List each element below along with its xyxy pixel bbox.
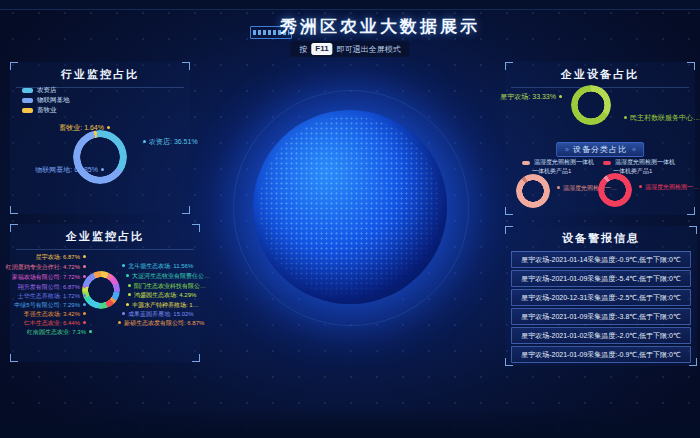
- callout-label: 阳门生态农业科技有限公…: [128, 282, 206, 290]
- legend-label: 物联网基地: [37, 96, 70, 105]
- legend-swatch: [22, 108, 33, 113]
- callout-label: 畜牧业: 1.64%: [59, 124, 110, 132]
- device-donut-chart[interactable]: [571, 85, 611, 125]
- legend-item[interactable]: 农资店: [22, 86, 57, 95]
- panel-enterprise-monitoring: 企业监控占比 星宇农场: 6.87% 红润蛋鸡专业合作社: 4.72% 家福农场…: [10, 224, 200, 362]
- callout-label: 温湿度光照检测一…: [639, 183, 699, 191]
- alarm-row: 星宇农场-2021-01-14采集温度:-0.9℃,低于下限:0℃: [511, 251, 691, 268]
- globe-visualization: [253, 110, 447, 304]
- callout-label: 大运河生态牧业有限责任公…: [126, 272, 210, 280]
- legend-swatch: [522, 161, 530, 165]
- panel-device-alarms: 设备警报信息 星宇农场-2021-01-14采集温度:-0.9℃,低于下限:0℃…: [505, 226, 697, 366]
- callout-label: 中绿5号有限公司: 7.29%: [14, 301, 86, 309]
- key-badge-f11: F11: [311, 43, 332, 55]
- callout-label: 红润蛋鸡专业合作社: 4.72%: [6, 263, 86, 271]
- panel-title-enterprise: 企业监控占比: [16, 224, 194, 250]
- decor-arrows-left: »: [565, 146, 568, 153]
- callout-label: 新硕生态农发有限公司: 6.87%: [118, 319, 204, 327]
- legend-swatch: [603, 161, 611, 165]
- mini-donut-left[interactable]: [516, 174, 550, 208]
- device-category-header: » 设备分类占比 «: [556, 142, 644, 157]
- callout-label: 鸿盛园生态农场: 4.29%: [128, 291, 196, 299]
- device-category-title: 设备分类占比: [573, 144, 627, 155]
- callout-label: 成果蓝园养雁地: 15.02%: [122, 310, 194, 318]
- alarm-row: 星宇农场-2021-01-09采集温度:-5.4℃,低于下限:0℃: [511, 270, 691, 287]
- callout-label: 李强生态农场: 3.42%: [24, 310, 86, 318]
- callout-label: 家福农场有限公司: 7.72%: [12, 273, 86, 281]
- alarm-row: 星宇农场-2021-01-09采集温度:-3.8℃,低于下限:0℃: [511, 308, 691, 325]
- callout-label: 红南园生态农业: 7.3%: [27, 328, 92, 336]
- alarm-row: 星宇农场-2021-01-02采集温度:-2.0℃,低于下限:0℃: [511, 327, 691, 344]
- callout-label: 星宇农场: 33.33%: [500, 93, 562, 101]
- callout-label: 仁丰生态农业: 6.44%: [24, 319, 86, 327]
- panel-title-alarms: 设备警报信息: [511, 226, 691, 252]
- alarm-row: 星宇农场-2021-01-09采集温度:-0.9℃,低于下限:0℃: [511, 346, 691, 363]
- legend-swatch: [22, 98, 33, 103]
- alarm-row: 星宇农场-2020-12-31采集温度:-2.5℃,低于下限:0℃: [511, 289, 691, 306]
- panel-industry-monitoring: 行业监控占比 农资店 物联网基地 畜牧业 畜牧业: 1.64% 农资店: 36.…: [10, 62, 190, 214]
- mini-donut-right[interactable]: [598, 173, 632, 207]
- fullscreen-hint: 按 F11 即可退出全屏模式: [290, 41, 409, 57]
- legend-item[interactable]: 温湿度光照检测一体机: [522, 158, 594, 167]
- industry-donut-chart[interactable]: [73, 130, 127, 184]
- callout-label: 星宇农场: 6.87%: [36, 253, 86, 261]
- hint-suffix: 即可退出全屏模式: [337, 44, 401, 55]
- callout-label: 农资店: 36.51%: [143, 138, 198, 146]
- callout-label: 士华生态养殖场: 1.72%: [18, 292, 86, 300]
- dashboard-screen: 秀洲区农业大数据展示 按 F11 即可退出全屏模式 行业监控占比 农资店 物联网…: [0, 0, 700, 438]
- callout-label: 翔升发有限公司: 6.87%: [18, 283, 86, 291]
- callout-label: 北斗塘生态农场: 11.56%: [122, 262, 193, 270]
- top-band: [0, 0, 700, 10]
- panel-enterprise-devices: 企业设备占比 星宇农场: 33.33% 民主村数联服务中心… » 设备分类占比 …: [505, 62, 695, 215]
- panel-title-devices: 企业设备占比: [511, 62, 689, 88]
- panel-title-industry: 行业监控占比: [16, 62, 184, 88]
- legend-swatch: [22, 88, 33, 93]
- callout-label: 丰源水产特种养殖场: 1…: [126, 301, 199, 309]
- legend-label: 畜牧业: [37, 106, 57, 115]
- enterprise-donut-chart[interactable]: [82, 271, 120, 309]
- callout-label: 物联网基地: 61.85%: [35, 166, 104, 174]
- legend-item[interactable]: 温湿度光照检测一体机: [603, 158, 675, 167]
- bottom-band: [0, 408, 700, 438]
- decor-arrows-right: «: [632, 146, 635, 153]
- hint-prefix: 按: [299, 44, 307, 55]
- legend-label: 温湿度光照检测一体机: [534, 158, 594, 167]
- legend-item[interactable]: 畜牧业: [22, 106, 57, 115]
- page-title: 秀洲区农业大数据展示: [60, 15, 700, 38]
- legend-label: 温湿度光照检测一体机: [615, 158, 675, 167]
- legend-item[interactable]: 物联网基地: [22, 96, 70, 105]
- legend-label: 农资店: [37, 86, 57, 95]
- callout-label: 民主村数联服务中心…: [624, 114, 700, 122]
